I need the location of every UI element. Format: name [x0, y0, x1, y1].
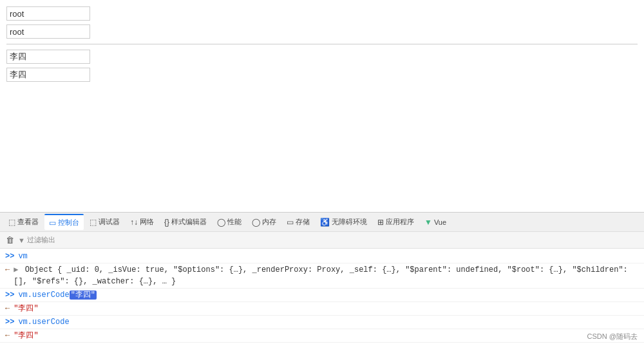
string-lisi-2: "李四" — [14, 331, 38, 340]
style-editor-icon: {} — [164, 218, 169, 227]
console-text-2: ▶ Object { _uid: 0, _isVue: true, "$opti… — [14, 264, 639, 287]
tab-vue-label: Vue — [434, 218, 446, 226]
vm-usercode-text: vm.userCode — [18, 291, 69, 300]
tab-style-editor-label: 样式编辑器 — [171, 217, 207, 227]
vm-usercode-text-2: vm.userCode — [18, 318, 69, 327]
prompt-3: >> — [5, 289, 14, 301]
prompt-5: >> — [5, 316, 14, 328]
console-text-4: "李四" — [14, 303, 639, 314]
console-line-4: ← "李四" — [0, 302, 644, 316]
vm-text-1: vm — [18, 252, 27, 261]
prompt-1: >> — [5, 251, 14, 262]
console-line-6: ← "李四" — [0, 329, 644, 343]
attribution-text: CSDN @随码去 — [587, 332, 638, 340]
tab-memory[interactable]: ◯ 内存 — [247, 215, 281, 229]
input-lisi-1[interactable] — [6, 50, 90, 64]
console-line-2: ← ▶ Object { _uid: 0, _isVue: true, "$op… — [0, 263, 644, 289]
tab-application-label: 应用程序 — [386, 217, 414, 227]
attribution: CSDN @随码去 — [587, 332, 638, 341]
section-divider — [6, 44, 638, 44]
console-text-5: vm.userCode — [18, 316, 639, 328]
tab-network[interactable]: ↑↓ 网络 — [126, 215, 158, 229]
tab-inspector-label: 查看器 — [17, 217, 39, 227]
tab-debugger[interactable]: ⬚ 调试器 — [85, 215, 124, 229]
tab-debugger-label: 调试器 — [99, 217, 120, 227]
console-text-1: vm — [18, 251, 639, 262]
tab-inspector[interactable]: ⬚ 查看器 — [4, 215, 43, 229]
console-output: >> vm ← ▶ Object { _uid: 0, _isVue: true… — [0, 249, 644, 344]
console-line-5: >> vm.userCode — [0, 316, 644, 329]
vue-icon: ▼ — [424, 218, 432, 227]
application-icon: ⊞ — [377, 218, 384, 227]
string-lisi-1: "李四" — [14, 304, 38, 313]
console-toolbar: 🗑 ▼ 过滤输出 — [0, 232, 644, 249]
tab-console-label: 控制台 — [58, 218, 79, 227]
input-root-1[interactable] — [6, 6, 90, 21]
tab-performance[interactable]: ◯ 性能 — [213, 215, 246, 229]
storage-icon: ▭ — [287, 218, 294, 227]
filter-icon: ▼ — [18, 236, 25, 244]
console-line-3: >> vm.userCode"李四" — [0, 289, 644, 302]
devtools-panel: ⬚ 查看器 ▭ 控制台 ⬚ 调试器 ↑↓ 网络 {} 样式编辑器 ◯ 性能 — [0, 212, 644, 344]
object-text: Object { _uid: 0, _isVue: true, "$option… — [14, 265, 628, 286]
prompt-4: ← — [5, 303, 10, 314]
tab-application[interactable]: ⊞ 应用程序 — [373, 215, 419, 229]
expand-icon-2[interactable]: ▶ — [14, 265, 18, 274]
tab-memory-label: 内存 — [262, 217, 276, 227]
performance-icon: ◯ — [217, 218, 225, 227]
prompt-2: ← — [5, 264, 10, 276]
input-lisi-2[interactable] — [6, 68, 90, 82]
console-text-6: "李四" — [14, 330, 639, 341]
input-root-2[interactable] — [6, 24, 90, 39]
prompt-6: ← — [5, 330, 10, 341]
accessibility-icon: ♿ — [320, 218, 330, 227]
top-area — [0, 0, 644, 82]
filter-label: ▼ 过滤输出 — [18, 235, 55, 245]
tab-performance-label: 性能 — [227, 217, 242, 227]
memory-icon: ◯ — [252, 218, 260, 227]
highlight-lisi-1: "李四" — [70, 291, 97, 300]
clear-console-button[interactable]: 🗑 — [5, 236, 14, 245]
console-text-3: vm.userCode"李四" — [18, 289, 639, 301]
tab-console[interactable]: ▭ 控制台 — [44, 214, 84, 230]
tab-storage[interactable]: ▭ 存储 — [282, 215, 314, 229]
inspector-icon: ⬚ — [8, 218, 15, 227]
tab-accessibility[interactable]: ♿ 无障碍环境 — [316, 215, 372, 229]
tab-accessibility-label: 无障碍环境 — [332, 217, 367, 227]
console-icon: ▭ — [49, 218, 56, 227]
devtools-toolbar: ⬚ 查看器 ▭ 控制台 ⬚ 调试器 ↑↓ 网络 {} 样式编辑器 ◯ 性能 — [0, 213, 644, 232]
tab-vue[interactable]: ▼ Vue — [420, 215, 451, 229]
tab-storage-label: 存储 — [296, 217, 310, 227]
debugger-icon: ⬚ — [90, 218, 97, 227]
tab-style-editor[interactable]: {} 样式编辑器 — [160, 215, 211, 229]
network-icon: ↑↓ — [130, 218, 138, 227]
filter-text: 过滤输出 — [27, 235, 55, 245]
tab-network-label: 网络 — [140, 217, 154, 227]
console-line-1: >> vm — [0, 250, 644, 263]
